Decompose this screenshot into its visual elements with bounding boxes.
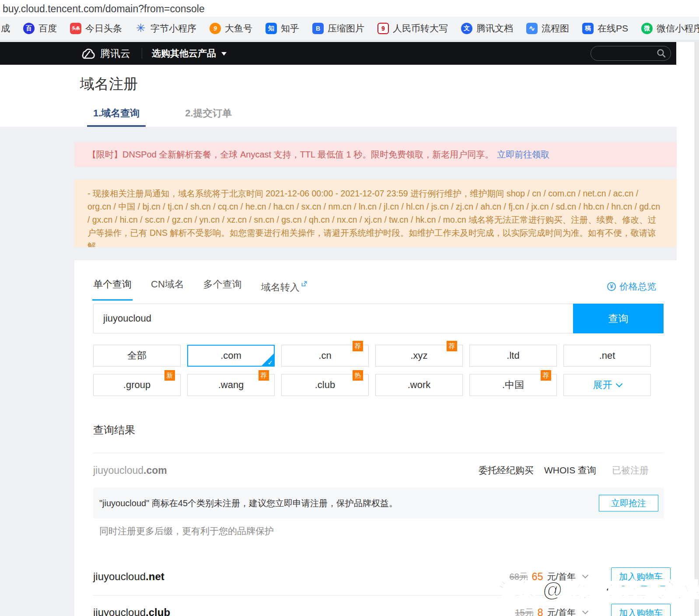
bookmark-byte-miniprogram[interactable]: ✳ 字节小程序 bbox=[135, 22, 196, 35]
bookmark-label: 在线PS bbox=[598, 22, 628, 35]
yuan-circle-icon bbox=[607, 282, 616, 291]
extension-grid: 全部 .com .cn 荐 .xyz 荐 .ltd .ne bbox=[93, 345, 658, 396]
ext-all[interactable]: 全部 bbox=[93, 345, 181, 367]
browser-url-bar[interactable]: buy.cloud.tencent.com/domain?from=consol… bbox=[0, 0, 699, 17]
domain-search-row: 查询 bbox=[93, 304, 664, 333]
bookmark-tencent-docs[interactable]: 文 腾讯文档 bbox=[461, 22, 513, 35]
bookmark-dayu[interactable]: 9 大鱼号 bbox=[210, 22, 252, 35]
bookmark-rmb-uppercase[interactable]: 9 人民币转大写 bbox=[377, 22, 448, 35]
online-ps-icon: 稿 bbox=[582, 23, 594, 34]
query-button[interactable]: 查询 bbox=[573, 304, 664, 333]
domain-name: jiuyoucloud.com bbox=[93, 465, 167, 476]
step-submit-order[interactable]: 2.提交订单 bbox=[179, 107, 238, 127]
ext-zhongguo[interactable]: .中国 荐 bbox=[469, 374, 557, 396]
flowchart-icon: ∿ bbox=[526, 23, 538, 34]
domain-query-card: 单个查询 CN域名 多个查询 域名转入 价格总览 查询 全部 bbox=[74, 260, 677, 616]
ext-wang[interactable]: .wang 荐 bbox=[187, 374, 275, 396]
cloud-icon bbox=[80, 48, 96, 59]
baidu-icon: 百 bbox=[23, 23, 35, 34]
more-suffix-note: 同时注册更多后缀，更有利于您的品牌保护 bbox=[99, 525, 274, 537]
bookmark-label: 知乎 bbox=[281, 22, 299, 35]
bookmark-label: 压缩图片 bbox=[328, 22, 364, 35]
ext-net[interactable]: .net bbox=[563, 345, 651, 367]
compress-icon: B bbox=[312, 23, 324, 34]
old-price: 68元 bbox=[510, 571, 528, 583]
header-search-box[interactable] bbox=[591, 46, 671, 61]
result-actions: 委托经纪购买 WHOIS 查询 bbox=[479, 464, 596, 476]
tab-multi-query[interactable]: 多个查询 bbox=[203, 278, 242, 294]
ext-work[interactable]: .work bbox=[375, 374, 463, 396]
ext-group[interactable]: .group 新 bbox=[93, 374, 181, 396]
ext-club[interactable]: .club 热 bbox=[281, 374, 369, 396]
bookmark-label: 腾讯文档 bbox=[476, 22, 513, 35]
domain-search-input[interactable] bbox=[93, 304, 573, 333]
bookmark-label: 微信小程序登录 bbox=[657, 22, 699, 35]
result-row-com: jiuyoucloud.com 委托经纪购买 WHOIS 查询 已被注册 bbox=[93, 461, 664, 480]
domain-name: jiuyoucloud.net bbox=[93, 570, 164, 583]
step-domain-query[interactable]: 1.域名查询 bbox=[87, 107, 146, 127]
bookmark-baidu[interactable]: 百 百度 bbox=[23, 22, 57, 35]
register-now-button[interactable]: 立即抢注 bbox=[599, 495, 658, 511]
bytedance-icon: ✳ bbox=[135, 23, 147, 34]
tencent-cloud-logo[interactable]: 腾讯云 bbox=[80, 47, 130, 60]
whois-query-link[interactable]: WHOIS 查询 bbox=[544, 464, 596, 476]
price-unit: 元/首年 bbox=[547, 607, 576, 616]
divider bbox=[93, 453, 664, 453]
tab-single-query[interactable]: 单个查询 bbox=[93, 278, 132, 294]
ext-ltd[interactable]: .ltd bbox=[469, 345, 557, 367]
bookmark-label: 今日头条 bbox=[85, 22, 122, 35]
recommend-badge: 荐 bbox=[259, 370, 269, 381]
cloud-top-header: 腾讯云 选购其他云产品 bbox=[0, 42, 676, 65]
external-link-icon bbox=[301, 278, 307, 289]
url-text[interactable]: buy.cloud.tencent.com/domain?from=consol… bbox=[0, 0, 699, 18]
chevron-down-icon bbox=[615, 380, 622, 387]
bookmark-label: 人民币转大写 bbox=[393, 22, 448, 35]
bookmark-toutiao[interactable]: 头条 今日头条 bbox=[70, 22, 122, 35]
current-price: 8 bbox=[538, 607, 543, 616]
bookmark-label: 字节小程序 bbox=[150, 22, 196, 35]
bookmark-online-ps[interactable]: 稿 在线PS bbox=[582, 22, 628, 35]
recommend-badge: 荐 bbox=[541, 370, 551, 381]
bookmark-label: 大鱼号 bbox=[225, 22, 252, 35]
step-tabs: 1.域名查询 2.提交订单 bbox=[87, 107, 238, 127]
broker-buy-link[interactable]: 委托经纪购买 bbox=[479, 464, 534, 476]
dayu-icon: 9 bbox=[210, 23, 221, 34]
bookmark-image-compress[interactable]: B 压缩图片 bbox=[312, 22, 364, 35]
tab-cn-domain[interactable]: CN域名 bbox=[151, 278, 184, 294]
tab-domain-transfer[interactable]: 域名转入 bbox=[261, 278, 307, 294]
expand-button[interactable]: 展开 bbox=[563, 374, 651, 396]
browser-scrollbar[interactable] bbox=[695, 42, 699, 616]
bookmark-zhihu[interactable]: 知 知乎 bbox=[266, 22, 299, 35]
trademark-notice-bar: "jiuyoucloud" 商标在45个类别未注册，建议您立即申请注册，保护品牌… bbox=[93, 488, 664, 518]
promo-banner: 【限时】DNSPod 全新解析套餐，全球 Anycast 支持，TTL 最低值 … bbox=[74, 142, 677, 167]
price-overview-link[interactable]: 价格总览 bbox=[607, 280, 656, 293]
chevron-down-icon[interactable] bbox=[582, 608, 588, 614]
recommend-badge: 荐 bbox=[447, 341, 457, 351]
domain-name: jiuyoucloud.club bbox=[93, 606, 170, 616]
other-cloud-products-menu[interactable]: 选购其他云产品 bbox=[152, 47, 227, 60]
brand-text: 腾讯云 bbox=[100, 47, 130, 60]
result-row-club: jiuyoucloud.club 15元 8 元/首年 加入购物车 bbox=[93, 602, 664, 616]
promo-text: 【限时】DNSPod 全新解析套餐，全球 Anycast 支持，TTL 最低值 … bbox=[87, 150, 493, 159]
current-price: 65 bbox=[532, 571, 543, 583]
rmb-icon: 9 bbox=[377, 23, 389, 34]
add-to-cart-button[interactable]: 加入购物车 bbox=[611, 604, 671, 616]
ext-cn[interactable]: .cn 荐 bbox=[281, 345, 369, 367]
bookmark-label: 百度 bbox=[38, 22, 57, 35]
bookmark-wechat-login[interactable]: 微 微信小程序登录 bbox=[641, 22, 699, 35]
search-icon bbox=[657, 49, 666, 58]
bookmark-clipped[interactable]: 成 bbox=[1, 22, 10, 35]
ext-xyz[interactable]: .xyz 荐 bbox=[375, 345, 463, 367]
promo-claim-link[interactable]: 立即前往领取 bbox=[497, 150, 549, 159]
chevron-down-icon bbox=[221, 52, 227, 58]
chevron-down-icon[interactable] bbox=[582, 572, 588, 578]
bookmark-flowchart[interactable]: ∿ 流程图 bbox=[526, 22, 569, 35]
result-row-net: jiuyoucloud.net 68元 65 元/首年 加入购物车 bbox=[93, 566, 664, 587]
price-group: 68元 65 元/首年 bbox=[510, 571, 587, 583]
results-heading: 查询结果 bbox=[93, 423, 135, 437]
check-icon bbox=[267, 359, 273, 367]
recommend-badge: 荐 bbox=[353, 341, 363, 351]
add-to-cart-button[interactable]: 加入购物车 bbox=[611, 567, 671, 586]
ext-com[interactable]: .com bbox=[187, 345, 275, 367]
trademark-text: "jiuyoucloud" 商标在45个类别未注册，建议您立即申请注册，保护品牌… bbox=[99, 497, 398, 509]
